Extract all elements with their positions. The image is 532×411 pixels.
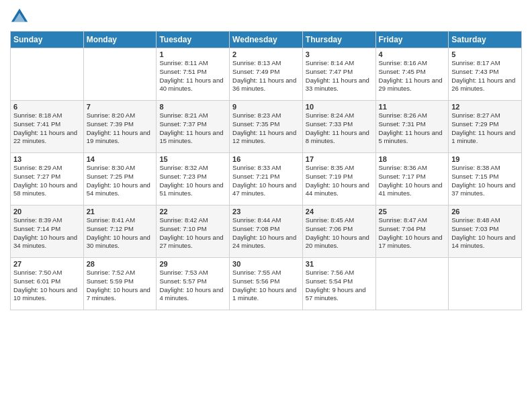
sunset-text: Sunset: 7:31 PM [379,120,446,129]
sunset-text: Sunset: 7:25 PM [87,173,154,181]
sunset-text: Sunset: 7:21 PM [232,173,300,181]
day-number: 31 [306,260,373,268]
sunrise-text: Sunrise: 8:27 AM [451,111,519,120]
day-number: 19 [451,155,519,163]
day-cell: 22Sunrise: 8:42 AMSunset: 7:10 PMDayligh… [157,205,230,258]
daylight-text: Daylight: 9 hours and 57 minutes. [306,286,373,304]
sunset-text: Sunset: 7:37 PM [159,120,226,129]
sunrise-text: Sunrise: 8:47 AM [379,216,446,225]
day-cell: 30Sunrise: 7:55 AMSunset: 5:56 PMDayligh… [230,258,303,310]
daylight-text: Daylight: 10 hours and 54 minutes. [87,181,154,199]
sunset-text: Sunset: 5:59 PM [87,277,154,286]
sunset-text: Sunset: 7:49 PM [232,68,300,77]
weekday-header: Monday [83,32,157,48]
sunrise-text: Sunrise: 8:32 AM [159,164,226,173]
day-cell: 7Sunrise: 8:20 AMSunset: 7:39 PMDaylight… [83,101,157,153]
sunset-text: Sunset: 7:43 PM [451,68,519,77]
sunrise-text: Sunrise: 8:18 AM [13,111,81,120]
sunrise-text: Sunrise: 8:38 AM [451,164,519,173]
day-cell: 14Sunrise: 8:30 AMSunset: 7:25 PMDayligh… [83,153,157,205]
sunset-text: Sunset: 7:14 PM [13,225,81,234]
day-number: 13 [13,155,81,163]
day-cell: 25Sunrise: 8:47 AMSunset: 7:04 PMDayligh… [375,205,449,258]
daylight-text: Daylight: 10 hours and 24 minutes. [232,234,300,251]
daylight-text: Daylight: 10 hours and 41 minutes. [379,181,446,199]
day-number: 29 [159,260,226,268]
day-number: 24 [306,208,373,216]
sunset-text: Sunset: 7:51 PM [159,68,226,77]
sunrise-text: Sunrise: 8:17 AM [451,59,519,68]
day-number: 27 [13,260,81,268]
weekday-header: Wednesday [230,32,303,48]
daylight-text: Daylight: 11 hours and 15 minutes. [159,129,226,146]
day-cell: 6Sunrise: 8:18 AMSunset: 7:41 PMDaylight… [11,101,84,153]
sunset-text: Sunset: 6:01 PM [13,277,81,286]
day-cell: 23Sunrise: 8:44 AMSunset: 7:08 PMDayligh… [230,205,303,258]
sunset-text: Sunset: 7:08 PM [232,225,300,234]
sunset-text: Sunset: 7:03 PM [451,225,519,234]
sunrise-text: Sunrise: 8:21 AM [159,111,226,120]
day-cell [375,258,449,310]
sunset-text: Sunset: 5:57 PM [159,277,226,286]
day-number: 7 [87,103,154,111]
week-row: 13Sunrise: 8:29 AMSunset: 7:27 PMDayligh… [11,153,522,205]
day-number: 15 [159,155,226,163]
daylight-text: Daylight: 11 hours and 26 minutes. [451,77,519,94]
sunrise-text: Sunrise: 8:13 AM [232,59,300,68]
day-cell: 21Sunrise: 8:41 AMSunset: 7:12 PMDayligh… [83,205,157,258]
daylight-text: Daylight: 10 hours and 47 minutes. [232,181,300,199]
calendar-table: SundayMondayTuesdayWednesdayThursdayFrid… [10,31,522,310]
sunset-text: Sunset: 7:39 PM [87,120,154,129]
daylight-text: Daylight: 10 hours and 51 minutes. [159,181,226,199]
day-cell: 16Sunrise: 8:33 AMSunset: 7:21 PMDayligh… [230,153,303,205]
sunset-text: Sunset: 7:35 PM [232,120,300,129]
daylight-text: Daylight: 11 hours and 19 minutes. [87,129,154,146]
day-cell: 31Sunrise: 7:56 AMSunset: 5:54 PMDayligh… [302,258,375,310]
day-cell: 2Sunrise: 8:13 AMSunset: 7:49 PMDaylight… [230,48,303,101]
day-cell [83,48,157,101]
day-number: 3 [306,50,373,58]
daylight-text: Daylight: 11 hours and 8 minutes. [306,129,373,146]
day-cell [449,258,522,310]
sunrise-text: Sunrise: 8:24 AM [306,111,373,120]
day-number: 8 [159,103,226,111]
week-row: 6Sunrise: 8:18 AMSunset: 7:41 PMDaylight… [11,101,522,153]
daylight-text: Daylight: 10 hours and 17 minutes. [379,234,446,251]
week-row: 20Sunrise: 8:39 AMSunset: 7:14 PMDayligh… [11,205,522,258]
day-number: 18 [379,155,446,163]
day-cell: 17Sunrise: 8:35 AMSunset: 7:19 PMDayligh… [302,153,375,205]
sunrise-text: Sunrise: 8:14 AM [306,59,373,68]
day-number: 21 [87,208,154,216]
day-number: 22 [159,208,226,216]
sunrise-text: Sunrise: 8:44 AM [232,216,300,225]
weekday-header: Sunday [11,32,84,48]
sunset-text: Sunset: 7:27 PM [13,173,81,181]
day-cell: 27Sunrise: 7:50 AMSunset: 6:01 PMDayligh… [11,258,84,310]
sunset-text: Sunset: 7:12 PM [87,225,154,234]
day-number: 2 [232,50,300,58]
sunrise-text: Sunrise: 8:41 AM [87,216,154,225]
sunrise-text: Sunrise: 7:53 AM [159,269,226,277]
daylight-text: Daylight: 11 hours and 40 minutes. [159,77,226,94]
sunrise-text: Sunrise: 8:16 AM [379,59,446,68]
daylight-text: Daylight: 10 hours and 44 minutes. [306,181,373,199]
daylight-text: Daylight: 10 hours and 27 minutes. [159,234,226,251]
sunrise-text: Sunrise: 8:35 AM [306,164,373,173]
sunrise-text: Sunrise: 8:23 AM [232,111,300,120]
day-cell: 20Sunrise: 8:39 AMSunset: 7:14 PMDayligh… [11,205,84,258]
day-number: 6 [13,103,81,111]
daylight-text: Daylight: 11 hours and 33 minutes. [306,77,373,94]
day-cell: 10Sunrise: 8:24 AMSunset: 7:33 PMDayligh… [302,101,375,153]
sunrise-text: Sunrise: 8:11 AM [159,59,226,68]
sunset-text: Sunset: 7:19 PM [306,173,373,181]
day-number: 5 [451,50,519,58]
sunrise-text: Sunrise: 7:55 AM [232,269,300,277]
sunset-text: Sunset: 7:17 PM [379,173,446,181]
page: SundayMondayTuesdayWednesdayThursdayFrid… [0,0,532,411]
weekday-header-row: SundayMondayTuesdayWednesdayThursdayFrid… [11,32,522,48]
day-number: 10 [306,103,373,111]
day-number: 16 [232,155,300,163]
sunset-text: Sunset: 7:33 PM [306,120,373,129]
daylight-text: Daylight: 11 hours and 1 minute. [451,129,519,146]
day-cell: 18Sunrise: 8:36 AMSunset: 7:17 PMDayligh… [375,153,449,205]
